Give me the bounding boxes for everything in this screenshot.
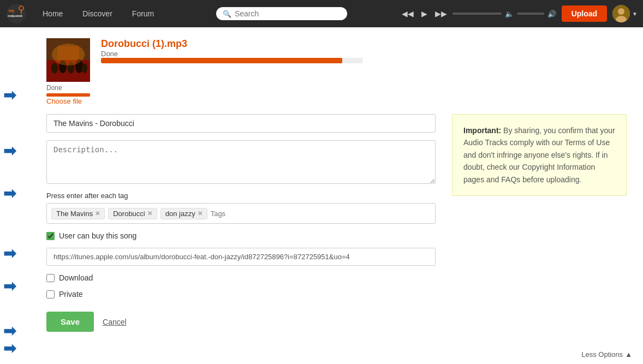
search-icon: 🔍 xyxy=(223,10,231,18)
svg-point-10 xyxy=(51,63,58,74)
thumbnail-area: Done Choose file xyxy=(46,38,90,105)
content-inner: Done Choose file Dorobucci (1).mp3 Done xyxy=(16,38,627,332)
choose-file-link[interactable]: Choose file xyxy=(46,97,82,105)
chevron-up-icon: ▲ xyxy=(625,350,632,359)
done-status: Done xyxy=(46,84,90,92)
track-thumb-image xyxy=(46,38,90,82)
volume-icon: 🔈 xyxy=(505,10,514,18)
tag-label: don jazzy xyxy=(165,210,195,218)
progress-bar-wrap xyxy=(101,58,363,63)
nav-forum[interactable]: Forum xyxy=(122,0,164,27)
form-left: Press enter after each tag The Mavins ✕ … xyxy=(46,114,436,332)
tag-item: don jazzy ✕ xyxy=(160,208,207,219)
buy-link-input[interactable] xyxy=(46,248,436,266)
play-button[interactable]: ▶ xyxy=(419,8,430,19)
important-bold-text: Important: xyxy=(463,126,501,135)
nav-discover[interactable]: Discover xyxy=(73,0,122,27)
prev-button[interactable]: ◀◀ xyxy=(400,8,416,19)
upload-progress-area: Done xyxy=(46,84,90,97)
arrow-5: ➡ xyxy=(3,277,16,295)
tag-remove-donjazzy[interactable]: ✕ xyxy=(198,210,203,217)
download-checkbox[interactable] xyxy=(46,274,55,282)
arrow-2: ➡ xyxy=(3,142,16,160)
track-filename: Dorobucci (1).mp3 xyxy=(101,38,363,50)
arrow-6: ➡ xyxy=(3,322,16,340)
tags-container[interactable]: The Mavins ✕ Dorobucci ✕ don jazzy ✕ xyxy=(46,203,436,224)
svg-text:notjustok: notjustok xyxy=(8,14,23,17)
important-box: Important: By sharing, you confirm that … xyxy=(452,114,627,196)
nav-links: Home Discover Forum xyxy=(33,0,164,27)
avatar xyxy=(612,5,630,22)
player-progress-bar[interactable] xyxy=(453,13,502,15)
search-box: 🔍 xyxy=(216,7,347,20)
main-content: ➡ ➡ ➡ ➡ ➡ ➡ ➡ ➡ xyxy=(0,27,643,364)
tag-remove-mavins[interactable]: ✕ xyxy=(95,210,100,217)
buy-checkbox-label: User can buy this song xyxy=(59,231,136,240)
chevron-down-icon: ▼ xyxy=(632,11,638,17)
track-header: Done Choose file Dorobucci (1).mp3 Done xyxy=(46,38,627,105)
arrow-3: ➡ xyxy=(3,184,16,202)
arrow-4: ➡ xyxy=(3,244,16,262)
tag-item: Dorobucci ✕ xyxy=(108,208,157,219)
volume-high-icon: 🔊 xyxy=(547,10,556,18)
private-label: Private xyxy=(59,290,83,299)
tags-section: Press enter after each tag The Mavins ✕ … xyxy=(46,192,436,224)
description-textarea[interactable] xyxy=(46,140,436,184)
download-checkbox-row: Download xyxy=(46,273,436,282)
svg-point-14 xyxy=(82,63,87,73)
next-button[interactable]: ▶▶ xyxy=(433,8,449,19)
tag-remove-dorobucci[interactable]: ✕ xyxy=(147,210,152,217)
cancel-link[interactable]: Cancel xyxy=(103,318,127,326)
download-label: Download xyxy=(59,273,93,282)
private-checkbox[interactable] xyxy=(46,290,55,299)
navbar: my notjustok Home Discover Forum 🔍 ◀◀ ▶ … xyxy=(0,0,643,27)
buy-checkbox-row: User can buy this song xyxy=(46,231,436,240)
form-section: Press enter after each tag The Mavins ✕ … xyxy=(46,114,627,332)
svg-rect-16 xyxy=(57,46,79,60)
search-input[interactable] xyxy=(235,9,341,18)
svg-text:my: my xyxy=(9,9,14,13)
less-options[interactable]: Less Options ▲ xyxy=(581,350,632,359)
player-controls: ◀◀ ▶ ▶▶ 🔈 🔊 xyxy=(400,8,556,19)
private-checkbox-row: Private xyxy=(46,290,436,299)
bottom-actions: Save Cancel xyxy=(46,312,436,332)
logo[interactable]: my notjustok xyxy=(5,3,27,25)
mini-progress-bar xyxy=(46,93,90,97)
tags-label: Press enter after each tag xyxy=(46,192,436,200)
volume-bar[interactable] xyxy=(517,13,544,15)
user-area[interactable]: ▼ xyxy=(612,5,638,22)
buy-checkbox[interactable] xyxy=(46,232,55,240)
svg-point-6 xyxy=(618,8,624,15)
tag-label: Dorobucci xyxy=(113,210,145,218)
tag-label: The Mavins xyxy=(56,210,93,218)
nav-search-area: 🔍 xyxy=(164,7,399,20)
track-status-text: Done xyxy=(101,50,363,58)
upload-button[interactable]: Upload xyxy=(562,5,607,22)
track-details: Dorobucci (1).mp3 Done xyxy=(101,38,363,63)
progress-bar-fill xyxy=(101,58,342,63)
title-input[interactable] xyxy=(46,114,436,133)
nav-home[interactable]: Home xyxy=(33,0,73,27)
logo-icon: my notjustok xyxy=(5,3,27,25)
less-options-label: Less Options xyxy=(581,350,623,359)
arrow-7: ➡ xyxy=(3,339,16,357)
track-thumbnail xyxy=(46,38,90,82)
arrow-1: ➡ xyxy=(3,86,16,104)
save-button[interactable]: Save xyxy=(46,312,94,332)
tag-item: The Mavins ✕ xyxy=(51,208,105,219)
tags-input[interactable] xyxy=(211,210,431,218)
